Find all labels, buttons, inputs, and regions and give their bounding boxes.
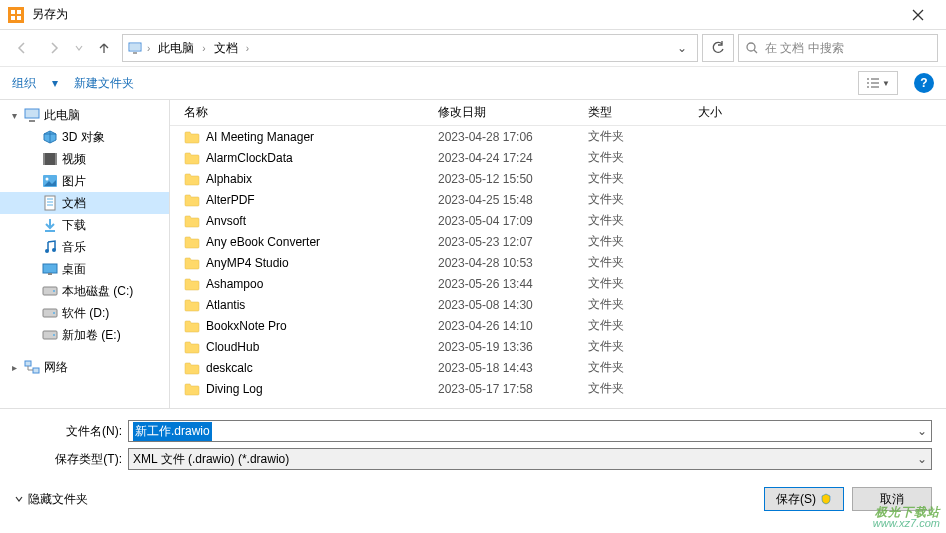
chevron-right-icon: › [246, 43, 249, 54]
expand-icon[interactable]: ▸ [8, 362, 20, 373]
refresh-button[interactable] [702, 34, 734, 62]
sidebar-item-1[interactable]: 3D 对象 [0, 126, 169, 148]
chevron-down-icon[interactable]: ⌄ [917, 424, 927, 438]
col-name[interactable]: 名称 [184, 104, 438, 121]
sidebar-item-9[interactable]: 软件 (D:) [0, 302, 169, 324]
sidebar-item-3[interactable]: 图片 [0, 170, 169, 192]
save-button[interactable]: 保存(S) [764, 487, 844, 511]
sidebar-item-11[interactable]: ▸网络 [0, 356, 169, 378]
file-date: 2023-04-28 17:06 [438, 130, 588, 144]
table-row[interactable]: Diving Log2023-05-17 17:58文件夹 [170, 378, 946, 399]
folder-icon [184, 361, 200, 375]
table-row[interactable]: Any eBook Converter2023-05-23 12:07文件夹 [170, 231, 946, 252]
filetype-combo[interactable]: XML 文件 (.drawio) (*.drawio) ⌄ [128, 448, 932, 470]
forward-button[interactable] [40, 34, 68, 62]
svg-rect-0 [11, 10, 15, 14]
sidebar-item-label: 新加卷 (E:) [62, 327, 121, 344]
sidebar-item-4[interactable]: 文档 [0, 192, 169, 214]
folder-icon [184, 277, 200, 291]
new-folder-button[interactable]: 新建文件夹 [74, 75, 134, 92]
svg-point-37 [53, 312, 55, 314]
table-row[interactable]: Anvsoft2023-05-04 17:09文件夹 [170, 210, 946, 231]
table-row[interactable]: AnyMP4 Studio2023-04-28 10:53文件夹 [170, 252, 946, 273]
svg-rect-40 [25, 361, 31, 366]
breadcrumb[interactable]: › 此电脑 › 文档 › ⌄ [122, 34, 698, 62]
svg-point-39 [53, 334, 55, 336]
sidebar-item-0[interactable]: ▾此电脑 [0, 104, 169, 126]
sidebar-item-8[interactable]: 本地磁盘 (C:) [0, 280, 169, 302]
disk-icon [42, 283, 58, 299]
table-row[interactable]: CloudHub2023-05-19 13:36文件夹 [170, 336, 946, 357]
col-type[interactable]: 类型 [588, 104, 698, 121]
table-row[interactable]: BookxNote Pro2023-04-26 14:10文件夹 [170, 315, 946, 336]
folder-icon [184, 151, 200, 165]
svg-point-9 [747, 43, 755, 51]
file-name: Anvsoft [206, 214, 246, 228]
sidebar-item-label: 桌面 [62, 261, 86, 278]
crumb-folder[interactable]: 文档 [210, 38, 242, 59]
video-icon [42, 151, 58, 167]
table-row[interactable]: Atlantis2023-05-08 14:30文件夹 [170, 294, 946, 315]
svg-rect-41 [33, 368, 39, 373]
search-input[interactable]: 在 文档 中搜索 [738, 34, 938, 62]
sidebar-item-6[interactable]: 音乐 [0, 236, 169, 258]
filename-label: 文件名(N): [14, 423, 122, 440]
dropdown-icon[interactable]: ▾ [52, 76, 58, 90]
table-row[interactable]: Ashampoo2023-05-26 13:44文件夹 [170, 273, 946, 294]
file-type: 文件夹 [588, 254, 698, 271]
back-button[interactable] [8, 34, 36, 62]
table-row[interactable]: AI Meeting Manager2023-04-28 17:06文件夹 [170, 126, 946, 147]
sidebar-item-2[interactable]: 视频 [0, 148, 169, 170]
folder-icon [184, 319, 200, 333]
filename-value: 新工作.drawio [133, 422, 212, 441]
table-row[interactable]: Alphabix2023-05-12 15:50文件夹 [170, 168, 946, 189]
up-button[interactable] [90, 34, 118, 62]
file-type: 文件夹 [588, 338, 698, 355]
svg-rect-1 [17, 10, 21, 14]
hide-folders-button[interactable]: 隐藏文件夹 [14, 491, 88, 508]
file-date: 2023-05-26 13:44 [438, 277, 588, 291]
file-name: Ashampoo [206, 277, 263, 291]
file-type: 文件夹 [588, 380, 698, 397]
close-button[interactable] [898, 0, 938, 30]
disk-icon [42, 305, 58, 321]
search-placeholder: 在 文档 中搜索 [765, 40, 844, 57]
file-date: 2023-05-19 13:36 [438, 340, 588, 354]
file-date: 2023-05-23 12:07 [438, 235, 588, 249]
svg-rect-24 [45, 196, 55, 210]
sidebar-item-10[interactable]: 新加卷 (E:) [0, 324, 169, 346]
sidebar-item-5[interactable]: 下载 [0, 214, 169, 236]
music-icon [42, 239, 58, 255]
col-date[interactable]: 修改日期 [438, 104, 588, 121]
help-button[interactable]: ? [914, 73, 934, 93]
cancel-button[interactable]: 取消 [852, 487, 932, 511]
file-list[interactable]: AI Meeting Manager2023-04-28 17:06文件夹Ala… [170, 126, 946, 408]
sidebar-item-7[interactable]: 桌面 [0, 258, 169, 280]
file-date: 2023-05-04 17:09 [438, 214, 588, 228]
toolbar: 组织 ▾ 新建文件夹 ▼ ? [0, 66, 946, 100]
filetype-value: XML 文件 (.drawio) (*.drawio) [133, 451, 289, 468]
view-button[interactable]: ▼ [858, 71, 898, 95]
table-row[interactable]: AlterPDF2023-04-25 15:48文件夹 [170, 189, 946, 210]
col-size[interactable]: 大小 [698, 104, 778, 121]
app-icon [8, 7, 24, 23]
table-row[interactable]: AlarmClockData2023-04-24 17:24文件夹 [170, 147, 946, 168]
recent-button[interactable] [72, 34, 86, 62]
file-name: CloudHub [206, 340, 259, 354]
svg-rect-17 [25, 109, 39, 118]
desk-icon [42, 261, 58, 277]
table-row[interactable]: deskcalc2023-05-18 14:43文件夹 [170, 357, 946, 378]
expand-icon[interactable]: ▾ [8, 110, 20, 121]
shield-icon [820, 493, 832, 505]
file-date: 2023-05-17 17:58 [438, 382, 588, 396]
sidebar-item-label: 软件 (D:) [62, 305, 109, 322]
search-icon [745, 41, 759, 55]
folder-icon [184, 214, 200, 228]
chevron-down-icon[interactable]: ⌄ [671, 41, 693, 55]
filename-input[interactable]: 新工作.drawio ⌄ [128, 420, 932, 442]
file-name: Atlantis [206, 298, 245, 312]
organize-button[interactable]: 组织 [12, 75, 36, 92]
crumb-root[interactable]: 此电脑 [154, 38, 198, 59]
chevron-down-icon[interactable]: ⌄ [917, 452, 927, 466]
pc-icon [127, 40, 143, 56]
